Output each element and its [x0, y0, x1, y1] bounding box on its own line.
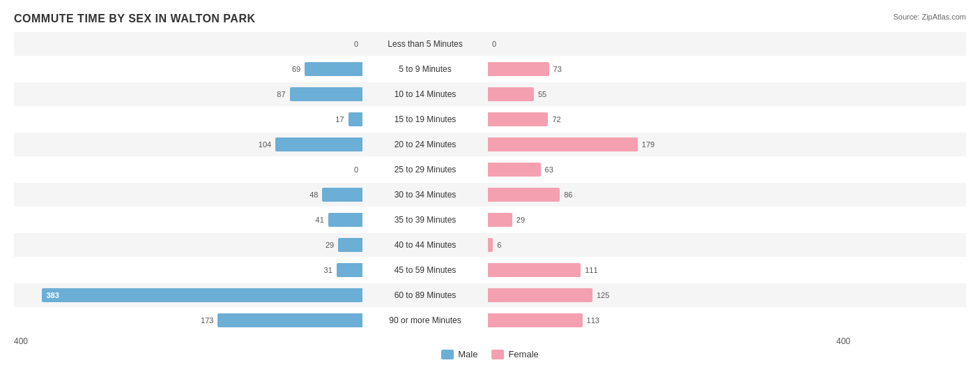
legend-male-box	[441, 350, 454, 359]
axis-labels: 400 400	[14, 336, 966, 346]
female-bar-section: 0	[488, 32, 836, 56]
male-bar	[305, 62, 362, 76]
female-value: 63	[545, 165, 553, 174]
female-bar	[488, 188, 560, 202]
female-value: 111	[585, 266, 597, 274]
male-bar-section: 173	[14, 308, 362, 332]
legend-male: Male	[441, 349, 477, 359]
female-value: 55	[538, 90, 546, 98]
male-value: 173	[201, 316, 213, 325]
table-row: 8710 to 14 Minutes55	[14, 82, 966, 106]
female-value: 179	[642, 140, 654, 149]
source-label: Source: ZipAtlas.com	[893, 13, 966, 21]
table-row: 17390 or more Minutes113	[14, 308, 966, 332]
male-value: 383	[46, 291, 59, 299]
female-bar-section: 179	[488, 133, 836, 156]
male-value: 69	[292, 65, 300, 73]
table-row: 4135 to 39 Minutes29	[14, 208, 966, 232]
male-bar-section: 17	[14, 107, 362, 131]
female-value: 72	[552, 115, 560, 124]
female-bar-section: 125	[488, 283, 836, 307]
row-label: 20 to 24 Minutes	[362, 140, 488, 149]
male-bar	[275, 137, 362, 151]
female-bar	[488, 62, 549, 76]
female-bar-section: 113	[488, 308, 836, 332]
male-bar-section: 69	[14, 57, 362, 81]
row-label: Less than 5 Minutes	[362, 39, 488, 49]
table-row: 0Less than 5 Minutes0	[14, 32, 966, 56]
row-label: 90 or more Minutes	[362, 315, 488, 325]
male-bar-section: 0	[14, 158, 362, 181]
row-label: 35 to 39 Minutes	[362, 215, 488, 225]
legend: Male Female	[14, 349, 966, 359]
male-value: 29	[326, 241, 334, 249]
male-bar-section: 41	[14, 208, 362, 232]
female-bar-section: 55	[488, 82, 836, 106]
table-row: 3145 to 59 Minutes111	[14, 258, 966, 282]
row-label: 5 to 9 Minutes	[362, 64, 488, 74]
male-value: 31	[324, 266, 332, 274]
male-bar-section: 87	[14, 82, 362, 106]
female-bar-section: 111	[488, 258, 836, 282]
axis-left-label: 400	[14, 336, 362, 346]
male-bar	[217, 313, 362, 327]
male-bar-section: 104	[14, 133, 362, 156]
male-bar	[337, 263, 362, 277]
female-value: 29	[516, 216, 525, 224]
female-bar	[488, 213, 512, 227]
row-label: 45 to 59 Minutes	[362, 265, 488, 275]
male-bar	[42, 288, 362, 302]
row-label: 25 to 29 Minutes	[362, 165, 488, 174]
legend-female-label: Female	[508, 349, 538, 359]
table-row: 1715 to 19 Minutes72	[14, 107, 966, 131]
male-bar	[322, 188, 362, 202]
female-bar	[488, 112, 548, 126]
male-bar	[328, 213, 362, 227]
female-bar	[488, 238, 493, 252]
axis-right-label: 400	[836, 336, 850, 346]
chart-area: 0Less than 5 Minutes0695 to 9 Minutes738…	[14, 32, 966, 332]
male-bar-section: 48	[14, 183, 362, 207]
legend-female-box	[491, 350, 504, 359]
male-bar-section: 29	[14, 233, 362, 257]
female-value: 0	[492, 40, 496, 48]
row-label: 30 to 34 Minutes	[362, 190, 488, 200]
female-value: 113	[587, 316, 599, 325]
female-bar-section: 29	[488, 208, 836, 232]
female-value: 73	[553, 65, 562, 73]
male-bar	[290, 87, 362, 101]
female-bar	[488, 288, 592, 302]
female-value: 6	[497, 241, 501, 249]
male-value: 104	[259, 140, 271, 149]
female-bar	[488, 163, 541, 177]
male-bar	[338, 238, 362, 252]
legend-male-label: Male	[458, 349, 477, 359]
female-bar	[488, 313, 583, 327]
row-label: 60 to 89 Minutes	[362, 290, 488, 300]
male-bar-section: 31	[14, 258, 362, 282]
female-bar	[488, 87, 534, 101]
female-bar-section: 63	[488, 158, 836, 181]
female-bar-section: 73	[488, 57, 836, 81]
table-row: 695 to 9 Minutes73	[14, 57, 966, 81]
female-bar-section: 72	[488, 107, 836, 131]
female-bar-section: 86	[488, 183, 836, 207]
table-row: 025 to 29 Minutes63	[14, 158, 966, 181]
female-bar-section: 6	[488, 233, 836, 257]
male-value: 48	[309, 191, 318, 199]
male-bar	[349, 112, 362, 126]
table-row: 10420 to 24 Minutes179	[14, 133, 966, 156]
male-value: 87	[277, 90, 285, 98]
male-value: 17	[335, 115, 344, 124]
table-row: 2940 to 44 Minutes6	[14, 233, 966, 257]
row-label: 15 to 19 Minutes	[362, 114, 488, 124]
female-value: 125	[597, 291, 609, 299]
row-label: 10 to 14 Minutes	[362, 89, 488, 99]
male-value: 41	[316, 216, 324, 224]
chart-title: COMMUTE TIME BY SEX IN WALTON PARK	[14, 13, 966, 25]
male-value: 0	[354, 165, 358, 174]
table-row: 4830 to 34 Minutes86	[14, 183, 966, 207]
male-bar-section: 0	[14, 32, 362, 56]
female-bar	[488, 137, 638, 151]
male-value: 0	[354, 40, 358, 48]
